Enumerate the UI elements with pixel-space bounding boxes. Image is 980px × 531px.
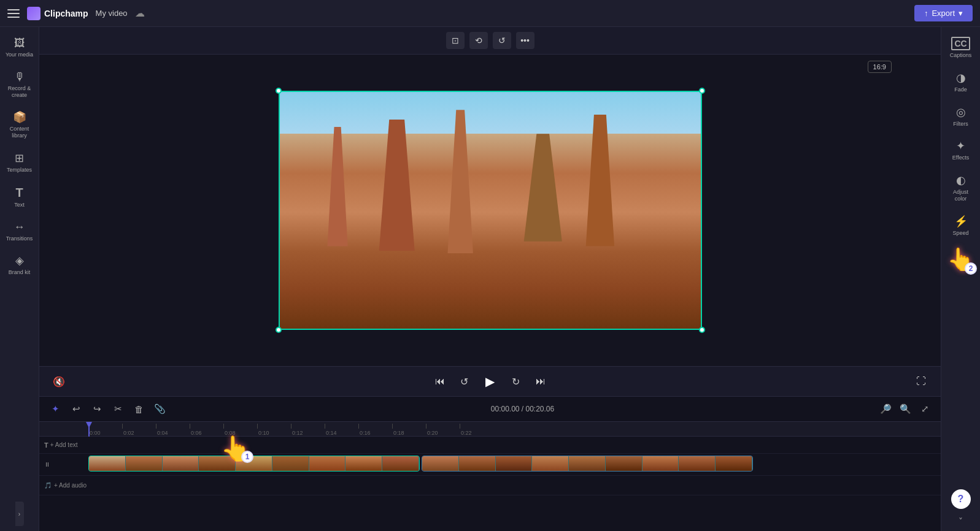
clip-thumb [345,456,382,471]
sidebar-item-fade[interactable]: ◑ Fade [943,66,979,98]
clip-thumb [532,456,569,471]
crop-button[interactable]: ⊡ [446,32,465,49]
sidebar-item-speed[interactable]: ⚡ Speed [943,210,979,242]
timeline-tracks: 0:00 0:02 0:04 0:06 0:08 0:10 0:12 0:14 … [39,422,941,531]
export-label: Export [932,9,955,18]
sidebar-item-filters[interactable]: ◎ Filters [943,101,979,132]
undo-button[interactable]: ↩ [68,400,85,418]
sidebar-item-fade-label: Fade [954,86,967,93]
handle-top-left[interactable] [276,88,282,94]
pause-icon: ⏸ [44,461,50,468]
templates-icon: ⊞ [15,151,24,165]
video-track-label: ⏸ [39,461,88,468]
filters-icon: ◎ [956,105,966,119]
captions-icon: CC [951,37,970,50]
text-icon: T [15,186,23,200]
effects-icon: ✦ [956,139,965,153]
video-clip-2[interactable] [422,456,753,472]
record-icon: 🎙 [14,71,25,83]
ruler-mark-9: 0:18 [392,424,426,436]
more-options-button[interactable]: ••• [516,32,534,49]
export-chevron-icon: ▾ [959,9,963,18]
sidebar-item-record-create[interactable]: 🎙 Record &create [2,66,37,104]
mute-button[interactable]: 🔇 [49,372,69,391]
fullscreen-button[interactable]: ⛶ [911,372,931,391]
undo-rotate-button[interactable]: ↺ [493,32,511,49]
controls-left: 🔇 [49,372,69,391]
handle-top-right[interactable] [699,88,705,94]
right-sidebar-collapse[interactable]: ˅ [959,516,963,526]
audio-track-row: 🎵 + Add audio [39,476,941,495]
sidebar-item-captions[interactable]: CC Captions [943,32,979,64]
rotate-flip-button[interactable]: ⟲ [469,32,488,49]
skip-next-button[interactable]: ⏭ [531,372,550,391]
clip-thumb [236,456,272,471]
ruler-mark-6: 0:12 [291,424,325,436]
left-sidebar: 🖼 Your media 🎙 Record &create 📦 Contentl… [0,27,39,531]
video-toolbar: ⊡ ⟲ ↺ ••• [39,27,941,55]
text-track-icon: T [44,441,48,449]
sidebar-item-brand-kit[interactable]: ◈ Brand kit [2,249,37,281]
sidebar-item-templates[interactable]: ⊞ Templates [2,147,37,178]
sidebar-item-label: Your media [6,52,33,58]
add-text-button[interactable]: + Add text [50,441,78,448]
canyon-background [279,91,702,330]
handle-bottom-left[interactable] [276,327,282,333]
aspect-ratio-badge[interactable]: 16:9 [868,61,892,73]
zoom-in-button[interactable]: 🔍 [897,400,914,418]
clip-thumbnails [89,456,419,471]
add-media-button[interactable]: 📎 [151,400,168,418]
split-button[interactable]: ✂ [109,400,126,418]
handle-bottom-right[interactable] [699,327,705,333]
sidebar-item-effects[interactable]: ✦ Effects [943,134,979,166]
ruler-mark-10: 0:20 [426,424,460,436]
sidebar-item-text[interactable]: T Text [2,181,37,213]
clipchamp-logo-icon [27,7,41,20]
redo-button[interactable]: ↪ [88,400,106,418]
clip-thumb [126,456,163,471]
fade-icon: ◑ [956,71,966,85]
sidebar-item-filters-label: Filters [953,121,968,128]
clip-thumb [89,456,126,471]
sidebar-item-adjust-color[interactable]: ◐ Adjustcolor [943,169,979,207]
video-title[interactable]: My video [96,9,128,18]
forward-5s-button[interactable]: ↻ [506,372,526,391]
sidebar-item-content-library[interactable]: 📦 Contentlibrary [2,105,37,144]
magic-tool-button[interactable]: ✦ [47,400,64,418]
sidebar-item-your-media[interactable]: 🖼 Your media [2,32,37,63]
add-audio-button[interactable]: + Add audio [54,482,87,489]
right-sidebar: CC Captions ◑ Fade ◎ Filters ✦ Effects ◐… [941,27,980,531]
sidebar-item-transitions[interactable]: ↔ Transitions [2,216,37,247]
timeline-toolbar: ✦ ↩ ↪ ✂ 🗑 📎 00:00.00 / 00:20.06 🔎 🔍 ⤢ [39,397,941,422]
audio-track-icon: 🎵 [44,482,52,489]
sidebar-item-adjust-color-label: Adjustcolor [953,189,968,202]
skip-back-button[interactable]: ⏮ [430,372,450,391]
your-media-icon: 🖼 [14,37,25,50]
video-clip-1[interactable] [88,456,420,472]
fit-to-screen-button[interactable]: ⤢ [916,400,933,418]
app-name: Clipchamp [44,9,88,18]
ruler-mark-2: 0:04 [156,424,190,436]
text-track-content [88,437,941,453]
clip-thumb [272,456,309,471]
clip-thumb [459,456,496,471]
text-track-row: T + Add text [39,437,941,454]
sidebar-collapse-button[interactable]: › [15,502,24,526]
replay-5s-button[interactable]: ↺ [455,372,474,391]
audio-track-content [88,476,941,495]
content-library-icon: 📦 [13,110,26,124]
timeline-zoom-controls: 🔎 🔍 ⤢ [877,400,933,418]
export-arrow-icon: ↑ [924,9,928,18]
cursor-badge-2: 2 [965,262,977,275]
zoom-out-button[interactable]: 🔎 [877,400,894,418]
play-pause-button[interactable]: ▶ [479,370,501,392]
export-button[interactable]: ↑ Export ▾ [914,5,973,21]
video-track-content[interactable] [88,454,941,475]
help-button[interactable]: ? [951,489,971,509]
delete-button[interactable]: 🗑 [130,400,147,418]
hamburger-menu-icon[interactable] [7,7,20,20]
transitions-icon: ↔ [14,221,25,234]
text-track-label: T + Add text [39,441,88,449]
sidebar-item-effects-label: Effects [952,155,969,161]
ruler-mark-3: 0:06 [190,424,223,436]
